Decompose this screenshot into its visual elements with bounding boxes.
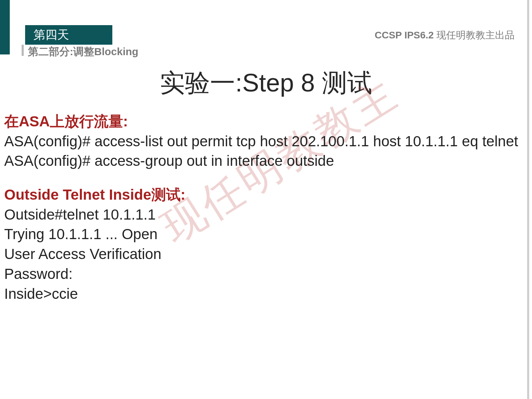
course-credit: CCSP IPS6.2 现任明教教主出品 [375, 29, 515, 42]
section-accent-bar [22, 45, 24, 56]
right-edge-bar [527, 0, 529, 399]
section1-line1: ASA(config)# access-list out permit tcp … [4, 132, 520, 152]
day-label: 第四天 [25, 25, 112, 45]
course-author: 现任明教教主出品 [434, 30, 515, 40]
section2-line4: Password: [4, 264, 520, 284]
section2-line2: Trying 10.1.1.1 ... Open [4, 224, 520, 244]
section2-line5: Inside>ccie [4, 284, 520, 304]
slide-content: 在ASA上放行流量: ASA(config)# access-list out … [4, 108, 520, 304]
section-label: 第二部分:调整Blocking [28, 45, 138, 59]
left-accent-bar [0, 0, 10, 54]
section2-heading: Outside Telnet Inside测试: [4, 185, 520, 205]
section1-line2: ASA(config)# access-group out in interfa… [4, 151, 520, 171]
slide-title: 实验一:Step 8 测试 [0, 66, 532, 100]
course-name: CCSP IPS6.2 [375, 30, 434, 40]
section2-line1: Outside#telnet 10.1.1.1 [4, 205, 520, 225]
section2-line3: User Access Verification [4, 244, 520, 264]
section1-heading: 在ASA上放行流量: [4, 112, 520, 132]
